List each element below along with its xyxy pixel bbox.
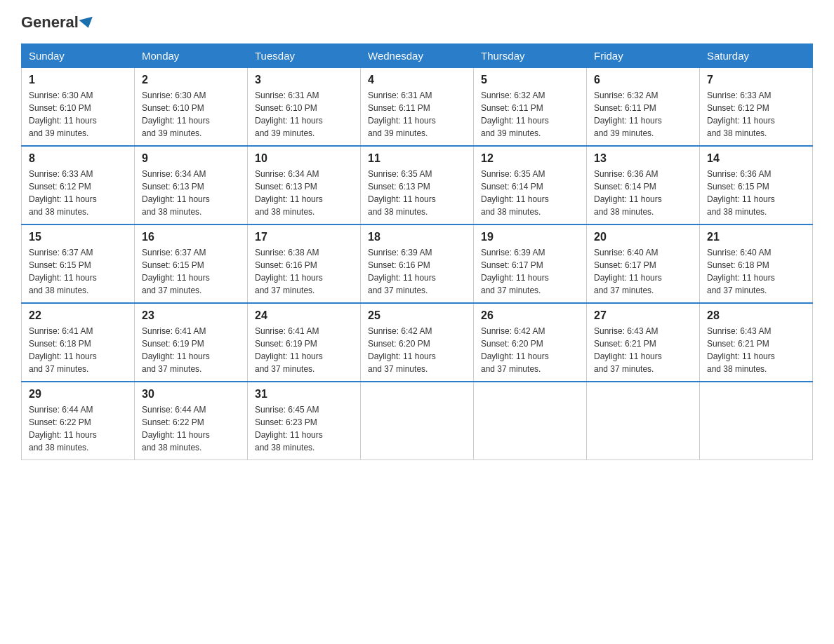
day-number: 15 bbox=[29, 231, 127, 243]
calendar-cell: 30Sunrise: 6:44 AMSunset: 6:22 PMDayligh… bbox=[135, 382, 248, 460]
week-row-3: 15Sunrise: 6:37 AMSunset: 6:15 PMDayligh… bbox=[22, 224, 813, 303]
sun-info: Sunrise: 6:42 AMSunset: 6:20 PMDaylight:… bbox=[481, 325, 579, 375]
calendar-cell: 3Sunrise: 6:31 AMSunset: 6:10 PMDaylight… bbox=[248, 68, 361, 147]
logo-area: General bbox=[21, 14, 94, 31]
day-number: 10 bbox=[255, 152, 353, 165]
column-header-friday: Friday bbox=[587, 44, 700, 68]
calendar-cell: 19Sunrise: 6:39 AMSunset: 6:17 PMDayligh… bbox=[474, 224, 587, 303]
day-number: 14 bbox=[707, 152, 805, 165]
sun-info: Sunrise: 6:41 AMSunset: 6:18 PMDaylight:… bbox=[29, 325, 127, 375]
sun-info: Sunrise: 6:30 AMSunset: 6:10 PMDaylight:… bbox=[29, 89, 127, 140]
calendar-cell: 31Sunrise: 6:45 AMSunset: 6:23 PMDayligh… bbox=[248, 382, 361, 460]
week-row-5: 29Sunrise: 6:44 AMSunset: 6:22 PMDayligh… bbox=[22, 382, 813, 460]
calendar-cell: 16Sunrise: 6:37 AMSunset: 6:15 PMDayligh… bbox=[135, 224, 248, 303]
calendar-cell: 15Sunrise: 6:37 AMSunset: 6:15 PMDayligh… bbox=[22, 224, 135, 303]
calendar-cell bbox=[587, 382, 700, 460]
sun-info: Sunrise: 6:39 AMSunset: 6:16 PMDaylight:… bbox=[368, 246, 466, 297]
calendar-cell: 14Sunrise: 6:36 AMSunset: 6:15 PMDayligh… bbox=[700, 146, 813, 224]
calendar-cell: 24Sunrise: 6:41 AMSunset: 6:19 PMDayligh… bbox=[248, 303, 361, 382]
sun-info: Sunrise: 6:33 AMSunset: 6:12 PMDaylight:… bbox=[707, 89, 805, 140]
page-header: General bbox=[21, 14, 813, 31]
sun-info: Sunrise: 6:34 AMSunset: 6:13 PMDaylight:… bbox=[142, 168, 240, 218]
sun-info: Sunrise: 6:43 AMSunset: 6:21 PMDaylight:… bbox=[707, 325, 805, 375]
day-number: 23 bbox=[142, 309, 240, 322]
day-number: 28 bbox=[707, 309, 805, 322]
sun-info: Sunrise: 6:33 AMSunset: 6:12 PMDaylight:… bbox=[29, 168, 127, 218]
calendar-cell: 8Sunrise: 6:33 AMSunset: 6:12 PMDaylight… bbox=[22, 146, 135, 224]
header-row: SundayMondayTuesdayWednesdayThursdayFrid… bbox=[22, 44, 813, 68]
sun-info: Sunrise: 6:31 AMSunset: 6:10 PMDaylight:… bbox=[255, 89, 353, 140]
sun-info: Sunrise: 6:37 AMSunset: 6:15 PMDaylight:… bbox=[142, 246, 240, 297]
day-number: 21 bbox=[707, 231, 805, 243]
column-header-wednesday: Wednesday bbox=[361, 44, 474, 68]
day-number: 1 bbox=[29, 74, 127, 86]
day-number: 19 bbox=[481, 231, 579, 243]
sun-info: Sunrise: 6:31 AMSunset: 6:11 PMDaylight:… bbox=[368, 89, 466, 140]
calendar-cell: 25Sunrise: 6:42 AMSunset: 6:20 PMDayligh… bbox=[361, 303, 474, 382]
sun-info: Sunrise: 6:35 AMSunset: 6:14 PMDaylight:… bbox=[481, 168, 579, 218]
calendar-cell: 11Sunrise: 6:35 AMSunset: 6:13 PMDayligh… bbox=[361, 146, 474, 224]
day-number: 18 bbox=[368, 231, 466, 243]
column-header-monday: Monday bbox=[135, 44, 248, 68]
calendar-cell: 1Sunrise: 6:30 AMSunset: 6:10 PMDaylight… bbox=[22, 68, 135, 147]
day-number: 5 bbox=[481, 74, 579, 86]
sun-info: Sunrise: 6:30 AMSunset: 6:10 PMDaylight:… bbox=[142, 89, 240, 140]
day-number: 8 bbox=[29, 152, 127, 165]
sun-info: Sunrise: 6:42 AMSunset: 6:20 PMDaylight:… bbox=[368, 325, 466, 375]
calendar-header: SundayMondayTuesdayWednesdayThursdayFrid… bbox=[22, 44, 813, 68]
logo: General bbox=[21, 14, 94, 31]
day-number: 27 bbox=[594, 309, 692, 322]
calendar-cell bbox=[700, 382, 813, 460]
calendar-cell: 9Sunrise: 6:34 AMSunset: 6:13 PMDaylight… bbox=[135, 146, 248, 224]
day-number: 25 bbox=[368, 309, 466, 322]
calendar-body: 1Sunrise: 6:30 AMSunset: 6:10 PMDaylight… bbox=[22, 68, 813, 460]
day-number: 11 bbox=[368, 152, 466, 165]
calendar-table: SundayMondayTuesdayWednesdayThursdayFrid… bbox=[21, 43, 813, 460]
sun-info: Sunrise: 6:34 AMSunset: 6:13 PMDaylight:… bbox=[255, 168, 353, 218]
sun-info: Sunrise: 6:40 AMSunset: 6:18 PMDaylight:… bbox=[707, 246, 805, 297]
week-row-1: 1Sunrise: 6:30 AMSunset: 6:10 PMDaylight… bbox=[22, 68, 813, 147]
sun-info: Sunrise: 6:32 AMSunset: 6:11 PMDaylight:… bbox=[481, 89, 579, 140]
sun-info: Sunrise: 6:45 AMSunset: 6:23 PMDaylight:… bbox=[255, 403, 353, 454]
sun-info: Sunrise: 6:44 AMSunset: 6:22 PMDaylight:… bbox=[142, 403, 240, 454]
sun-info: Sunrise: 6:38 AMSunset: 6:16 PMDaylight:… bbox=[255, 246, 353, 297]
logo-general: General bbox=[21, 13, 79, 31]
day-number: 29 bbox=[29, 388, 127, 401]
calendar-cell: 5Sunrise: 6:32 AMSunset: 6:11 PMDaylight… bbox=[474, 68, 587, 147]
day-number: 20 bbox=[594, 231, 692, 243]
calendar-cell: 26Sunrise: 6:42 AMSunset: 6:20 PMDayligh… bbox=[474, 303, 587, 382]
day-number: 24 bbox=[255, 309, 353, 322]
day-number: 13 bbox=[594, 152, 692, 165]
sun-info: Sunrise: 6:32 AMSunset: 6:11 PMDaylight:… bbox=[594, 89, 692, 140]
day-number: 4 bbox=[368, 74, 466, 86]
day-number: 9 bbox=[142, 152, 240, 165]
sun-info: Sunrise: 6:41 AMSunset: 6:19 PMDaylight:… bbox=[255, 325, 353, 375]
calendar-cell: 27Sunrise: 6:43 AMSunset: 6:21 PMDayligh… bbox=[587, 303, 700, 382]
sun-info: Sunrise: 6:35 AMSunset: 6:13 PMDaylight:… bbox=[368, 168, 466, 218]
calendar-cell: 21Sunrise: 6:40 AMSunset: 6:18 PMDayligh… bbox=[700, 224, 813, 303]
column-header-tuesday: Tuesday bbox=[248, 44, 361, 68]
calendar-cell: 22Sunrise: 6:41 AMSunset: 6:18 PMDayligh… bbox=[22, 303, 135, 382]
day-number: 26 bbox=[481, 309, 579, 322]
day-number: 17 bbox=[255, 231, 353, 243]
calendar-cell: 13Sunrise: 6:36 AMSunset: 6:14 PMDayligh… bbox=[587, 146, 700, 224]
sun-info: Sunrise: 6:36 AMSunset: 6:15 PMDaylight:… bbox=[707, 168, 805, 218]
day-number: 22 bbox=[29, 309, 127, 322]
calendar-cell: 2Sunrise: 6:30 AMSunset: 6:10 PMDaylight… bbox=[135, 68, 248, 147]
calendar-cell: 23Sunrise: 6:41 AMSunset: 6:19 PMDayligh… bbox=[135, 303, 248, 382]
week-row-2: 8Sunrise: 6:33 AMSunset: 6:12 PMDaylight… bbox=[22, 146, 813, 224]
sun-info: Sunrise: 6:39 AMSunset: 6:17 PMDaylight:… bbox=[481, 246, 579, 297]
calendar-cell: 12Sunrise: 6:35 AMSunset: 6:14 PMDayligh… bbox=[474, 146, 587, 224]
day-number: 3 bbox=[255, 74, 353, 86]
day-number: 7 bbox=[707, 74, 805, 86]
calendar-cell: 4Sunrise: 6:31 AMSunset: 6:11 PMDaylight… bbox=[361, 68, 474, 147]
calendar-cell: 17Sunrise: 6:38 AMSunset: 6:16 PMDayligh… bbox=[248, 224, 361, 303]
day-number: 2 bbox=[142, 74, 240, 86]
column-header-sunday: Sunday bbox=[22, 44, 135, 68]
day-number: 31 bbox=[255, 388, 353, 401]
calendar-cell: 20Sunrise: 6:40 AMSunset: 6:17 PMDayligh… bbox=[587, 224, 700, 303]
calendar-cell: 7Sunrise: 6:33 AMSunset: 6:12 PMDaylight… bbox=[700, 68, 813, 147]
sun-info: Sunrise: 6:41 AMSunset: 6:19 PMDaylight:… bbox=[142, 325, 240, 375]
day-number: 6 bbox=[594, 74, 692, 86]
calendar-cell: 29Sunrise: 6:44 AMSunset: 6:22 PMDayligh… bbox=[22, 382, 135, 460]
